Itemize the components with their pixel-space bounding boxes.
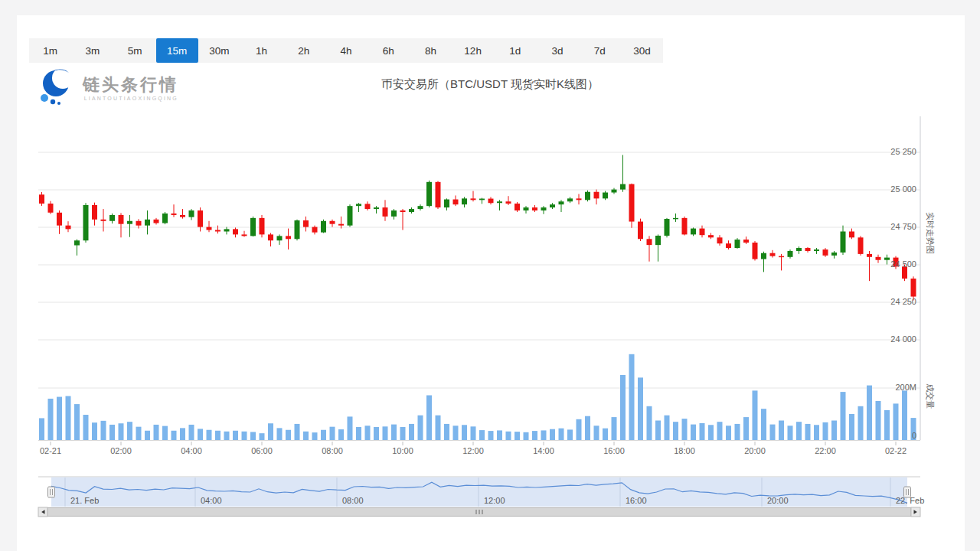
x-axis-label: 04:00	[181, 446, 202, 455]
candle-body	[488, 199, 494, 204]
candle-body	[295, 220, 300, 239]
candle-body	[180, 215, 185, 217]
volume-bar	[620, 375, 626, 440]
navigator-left-handle[interactable]	[48, 487, 55, 497]
candle-body	[215, 230, 220, 232]
candle-body	[911, 279, 916, 297]
navigator-label: 12:00	[484, 496, 505, 505]
candle-body	[348, 206, 353, 225]
candle-body	[779, 256, 784, 258]
candle-body	[708, 235, 714, 237]
candle-body	[400, 210, 406, 212]
volume-bar	[277, 428, 283, 440]
candle-body	[629, 184, 635, 222]
volume-bar	[383, 426, 388, 440]
candle-body	[260, 218, 265, 235]
kline-chart[interactable]: 25 25025 00024 75024 50024 25024 000200M…	[0, 0, 980, 551]
navigator-label: 08:00	[342, 496, 364, 505]
candle-body	[541, 207, 547, 210]
candle-body	[655, 236, 661, 245]
volume-bar	[567, 429, 573, 440]
volume-tick-label: 200M	[871, 383, 916, 392]
candle-body	[39, 194, 44, 204]
volume-bar	[242, 432, 247, 440]
volume-bar	[374, 427, 379, 440]
volume-bar	[233, 431, 238, 440]
volume-bar	[858, 406, 864, 440]
volume-bar	[673, 422, 678, 440]
volume-bar	[295, 424, 300, 440]
volume-bar	[603, 429, 608, 440]
volume-bar	[348, 416, 353, 440]
candle-body	[743, 240, 749, 243]
navigator-label: 22. Feb	[896, 496, 924, 505]
candle-body	[567, 198, 573, 201]
x-axis-label: 12:00	[462, 446, 484, 455]
candle-body	[717, 237, 723, 243]
candle-body	[638, 222, 643, 240]
price-tick-label: 24 750	[871, 222, 916, 231]
volume-bar	[726, 425, 731, 440]
volume-bar	[761, 409, 766, 440]
volume-bar	[823, 422, 828, 440]
candle-body	[250, 218, 256, 236]
candle-body	[612, 190, 617, 193]
volume-bar	[488, 431, 494, 440]
volume-bar	[497, 430, 502, 440]
candle-body	[788, 251, 793, 257]
volume-bar	[612, 417, 617, 440]
volume-bar	[119, 423, 124, 440]
volume-bar	[594, 425, 599, 440]
x-axis-label: 08:00	[322, 446, 343, 455]
candle-body	[127, 221, 132, 224]
candle-body	[479, 199, 485, 201]
volume-bar	[691, 425, 696, 440]
volume-bar	[743, 417, 749, 440]
candle-body	[497, 201, 502, 203]
candle-body	[383, 207, 388, 217]
candle-body	[831, 253, 837, 256]
volume-bar	[224, 432, 230, 440]
candle-body	[462, 198, 467, 204]
volume-bar	[788, 425, 793, 440]
candle-body	[277, 236, 283, 240]
volume-bar	[506, 432, 511, 440]
candle-body	[338, 224, 344, 226]
volume-bar	[207, 430, 212, 440]
volume-bar	[109, 425, 115, 440]
volume-bar	[92, 422, 97, 440]
navigator-label: 16:00	[626, 496, 647, 505]
x-axis-label: 20:00	[744, 446, 766, 455]
navigator-label: 04:00	[201, 496, 222, 505]
candle-body	[136, 221, 142, 226]
x-axis-label: 02-21	[40, 446, 61, 455]
volume-bar	[136, 427, 142, 440]
candle-body	[814, 249, 819, 251]
candle-body	[66, 226, 71, 230]
x-axis-label: 18:00	[674, 446, 695, 455]
candle-body	[524, 207, 529, 210]
volume-bar	[180, 428, 185, 440]
volume-bar	[145, 431, 150, 440]
x-axis-label: 16:00	[603, 446, 625, 455]
volume-bar	[532, 431, 537, 440]
volume-bar	[453, 425, 459, 440]
candle-body	[682, 218, 688, 235]
volume-bar	[753, 390, 758, 440]
volume-bar	[655, 421, 661, 441]
volume-bar	[436, 416, 441, 440]
volume-bar	[418, 416, 423, 440]
candle-body	[841, 231, 846, 252]
price-tick-label: 24 500	[871, 259, 916, 269]
candle-body	[858, 237, 864, 254]
candle-body	[145, 220, 150, 226]
candle-body	[321, 221, 326, 233]
candle-body	[172, 214, 177, 215]
candle-body	[761, 253, 766, 259]
candle-body	[594, 192, 599, 199]
volume-bar	[577, 419, 582, 440]
candle-body	[189, 210, 194, 217]
candle-body	[74, 240, 80, 245]
candle-body	[700, 229, 705, 236]
volume-bar	[462, 425, 467, 440]
